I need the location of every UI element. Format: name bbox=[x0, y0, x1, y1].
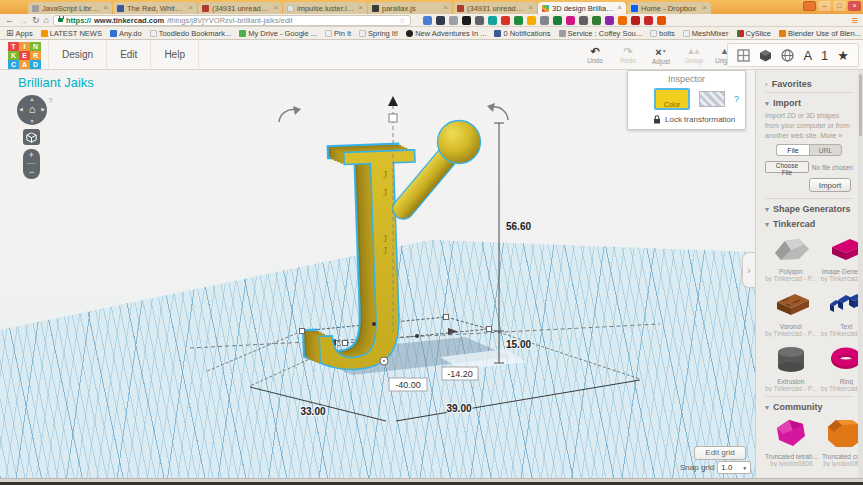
bookmark-item[interactable]: My Drive - Google ... bbox=[239, 29, 317, 38]
import-url-tab[interactable]: URL bbox=[809, 144, 842, 156]
browser-tab[interactable]: JavaScript Libraries for C... × bbox=[28, 2, 112, 14]
shape-item-extrusion[interactable]: Extrusion by Tinkercad - P... bbox=[765, 343, 817, 392]
chrome-menu-icon[interactable]: ≡ bbox=[852, 15, 858, 26]
import-button[interactable]: Import bbox=[809, 178, 851, 192]
extension-icon[interactable] bbox=[449, 16, 458, 25]
close-button[interactable]: × bbox=[848, 1, 861, 11]
bookmark-item[interactable]: Toodledo Bookmark... bbox=[150, 29, 232, 38]
model-j[interactable]: J J J J J J bbox=[294, 97, 433, 378]
extension-icon[interactable] bbox=[514, 16, 523, 25]
edit-grid-button[interactable]: Edit grid bbox=[694, 446, 746, 460]
menu-help[interactable]: Help bbox=[151, 40, 199, 69]
import-file-tab[interactable]: File bbox=[776, 144, 809, 156]
bookmark-item[interactable]: bolts bbox=[650, 29, 675, 38]
orbit-right-icon[interactable]: ▶ bbox=[41, 106, 45, 112]
choose-file-button[interactable]: Choose File bbox=[765, 161, 809, 173]
bookmark-apps[interactable]: ⊞Apps bbox=[6, 29, 33, 38]
forward-icon[interactable]: → bbox=[18, 16, 28, 25]
sidebar-section-favorites[interactable]: › Favorites bbox=[765, 79, 853, 89]
bookmark-item[interactable]: New Adventures In ... bbox=[406, 29, 486, 38]
extension-icon[interactable] bbox=[527, 16, 536, 25]
back-icon[interactable]: ← bbox=[5, 16, 14, 25]
more-link[interactable]: More » bbox=[820, 132, 842, 139]
edge-midpoint-handle[interactable] bbox=[372, 322, 376, 326]
sidebar-section-shape-generators[interactable]: ▾ Shape Generators bbox=[765, 204, 853, 214]
corner-scale-handle[interactable] bbox=[343, 341, 348, 346]
browser-tab[interactable]: Home - Dropbox × bbox=[627, 2, 711, 14]
extension-icon[interactable] bbox=[579, 16, 588, 25]
extension-icon[interactable] bbox=[540, 16, 549, 25]
orbit-left-icon[interactable]: ◀ bbox=[19, 106, 23, 112]
undo-button[interactable]: ↶ Undo bbox=[583, 45, 607, 65]
bookmark-item[interactable]: Service : Coffey Sou... bbox=[559, 29, 642, 38]
bookmark-item[interactable]: Spring It! bbox=[359, 29, 398, 38]
view-cube-button[interactable] bbox=[23, 129, 40, 145]
bookmark-item[interactable]: MeshMixer bbox=[683, 29, 729, 38]
extension-icon[interactable] bbox=[423, 16, 432, 25]
minimize-button[interactable]: – bbox=[818, 1, 831, 11]
shape-item-truncated-cube[interactable]: Truncated cube by lyndon0808 bbox=[822, 416, 863, 467]
bookmark-item[interactable]: LATEST NEWS bbox=[41, 29, 102, 38]
design-title[interactable]: Brilliant Jaiks bbox=[18, 75, 94, 90]
extension-icon[interactable] bbox=[592, 16, 601, 25]
browser-tab[interactable]: The Red, White and Blue × bbox=[113, 2, 197, 14]
extension-icon[interactable] bbox=[631, 16, 640, 25]
zoom-in-button[interactable]: + bbox=[29, 151, 34, 160]
lock-transformation[interactable]: Lock transformation bbox=[628, 115, 745, 124]
rotate-arrow-right[interactable] bbox=[487, 103, 508, 120]
tab-close-icon[interactable]: × bbox=[358, 4, 363, 12]
corner-scale-handle[interactable] bbox=[444, 315, 449, 320]
bookmark-item[interactable]: CySlice bbox=[737, 29, 771, 38]
view-orbit-control[interactable]: ▲ ⌂ ▼ ◀ ▶ bbox=[17, 95, 47, 125]
shape-item-polygon[interactable]: Polygon by Tinkercad - P... bbox=[765, 233, 817, 282]
menu-edit[interactable]: Edit bbox=[107, 40, 151, 69]
tab-close-icon[interactable]: × bbox=[702, 4, 707, 12]
hole-swatch[interactable] bbox=[699, 91, 725, 107]
number-tool-icon[interactable]: 1 bbox=[821, 49, 828, 62]
zoom-out-button[interactable]: − bbox=[29, 168, 34, 177]
menu-design[interactable]: Design bbox=[48, 40, 107, 69]
workplane-icon[interactable] bbox=[737, 49, 750, 62]
tinkercad-logo[interactable]: T I N K E R C A D bbox=[8, 42, 41, 69]
sidebar-section-import[interactable]: ▾ Import bbox=[765, 98, 853, 108]
model-ball[interactable] bbox=[438, 121, 481, 164]
tab-close-icon[interactable]: × bbox=[528, 4, 533, 12]
url-field[interactable]: https:// www.tinkercad.com /things/j8VjY… bbox=[53, 15, 411, 26]
browser-tab-active[interactable]: 3D design Brilliant Jaiks | × bbox=[538, 2, 626, 14]
shape-item-ring[interactable]: Ring by Tinkercad - P... bbox=[821, 343, 863, 392]
favorites-star-icon[interactable]: ★ bbox=[837, 49, 849, 62]
text-tool-icon[interactable]: A bbox=[803, 49, 812, 62]
shape-item-image-generator[interactable]: Image Generator by Tinkercad - P... bbox=[821, 233, 863, 282]
globe-icon[interactable] bbox=[781, 49, 794, 62]
edge-midpoint-handle[interactable] bbox=[415, 334, 419, 338]
tab-close-icon[interactable]: × bbox=[273, 4, 278, 12]
extension-icon[interactable] bbox=[475, 16, 484, 25]
refresh-icon[interactable]: ↻ bbox=[32, 16, 40, 25]
sidebar-section-tinkercad[interactable]: ▾ Tinkercad bbox=[765, 219, 853, 229]
box-icon[interactable] bbox=[759, 49, 772, 62]
tab-close-icon[interactable]: × bbox=[103, 4, 108, 12]
browser-tab[interactable]: impulse.luster.io/exampl... × bbox=[283, 2, 367, 14]
extension-icon[interactable] bbox=[605, 16, 614, 25]
rotate-arrow-left[interactable] bbox=[279, 106, 301, 122]
extension-icon[interactable] bbox=[462, 16, 471, 25]
bookmark-item[interactable]: Any.do bbox=[110, 29, 142, 38]
extension-icon[interactable] bbox=[501, 16, 510, 25]
extension-icon[interactable] bbox=[566, 16, 575, 25]
extension-icon[interactable] bbox=[618, 16, 627, 25]
corner-scale-handle[interactable] bbox=[300, 329, 305, 334]
bookmark-item[interactable]: Blender Use of Blen... bbox=[779, 29, 861, 38]
bookmark-item[interactable]: 0 Notifications bbox=[494, 29, 550, 38]
browser-tab[interactable]: parallax.js × bbox=[368, 2, 452, 14]
sidebar-scrollbar[interactable] bbox=[858, 70, 863, 478]
canvas-3d-viewport[interactable]: 33.00 39.00 J J J J J J J J J J bbox=[0, 70, 755, 478]
inspector-help-icon[interactable]: ? bbox=[734, 94, 739, 104]
bookmark-item[interactable]: Pin It bbox=[325, 29, 351, 38]
shape-item-text[interactable]: Text by Tinkercad - P... bbox=[821, 288, 863, 337]
bookmark-star-icon[interactable]: ☆ bbox=[399, 16, 406, 25]
snap-grid-select[interactable]: 1.0 ▼ bbox=[717, 461, 751, 474]
tab-close-icon[interactable]: × bbox=[188, 4, 193, 12]
help-icon[interactable]: ? bbox=[48, 96, 52, 105]
orbit-up-icon[interactable]: ▲ bbox=[17, 96, 47, 102]
extension-icon[interactable] bbox=[644, 16, 653, 25]
